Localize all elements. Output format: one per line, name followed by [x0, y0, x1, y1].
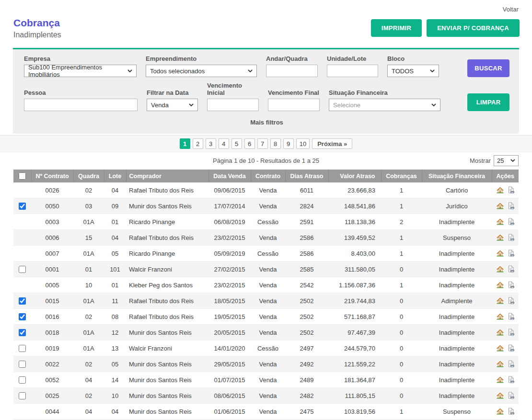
empresa-select[interactable]: Sub100 Empreendimentos Imobiliários [24, 65, 137, 77]
row-checkbox[interactable] [19, 392, 26, 399]
print-report-icon-button[interactable] [507, 218, 515, 226]
cell-lote: 04 [104, 404, 126, 420]
cell-dias_atraso: 2586 [285, 230, 328, 246]
page-button-7[interactable]: 7 [257, 138, 268, 149]
page-button-9[interactable]: 9 [283, 138, 294, 149]
cell-cobrancas: 0 [381, 356, 422, 372]
home-icon-button[interactable] [496, 218, 504, 226]
home-icon-button[interactable] [496, 202, 504, 210]
cell-valor_atraso: 244.579,70 [328, 341, 381, 356]
print-report-icon-button[interactable] [507, 408, 515, 415]
select-all-header-cell [13, 170, 31, 182]
cell-tipo: Venda [251, 372, 285, 388]
home-icon-button[interactable] [496, 265, 504, 273]
column-header-1: Nº Contrato [31, 170, 73, 182]
print-report-icon-button[interactable] [507, 344, 515, 352]
print-report-icon-button[interactable] [507, 297, 515, 305]
back-link[interactable]: Voltar [503, 6, 519, 13]
home-icon-button[interactable] [496, 376, 504, 384]
home-icon-button[interactable] [496, 234, 504, 241]
page-button-8[interactable]: 8 [270, 138, 281, 149]
empreendimento-select[interactable]: Todos selecionados [146, 65, 257, 77]
chevron-down-icon [127, 69, 132, 73]
page-button-3[interactable]: 3 [206, 138, 216, 149]
cell-contrato: 0018 [31, 325, 73, 341]
cell-cobrancas: 1 [381, 182, 422, 198]
cell-tipo: Venda [251, 261, 285, 277]
print-report-icon-button[interactable] [507, 186, 515, 194]
select-all-checkbox[interactable] [19, 172, 26, 180]
send-to-collection-button[interactable]: ENVIAR P/ COBRANÇA [427, 19, 520, 37]
home-icon-button[interactable] [496, 297, 504, 305]
row-checkbox[interactable] [19, 361, 26, 368]
cell-quadra: 02 [73, 182, 104, 198]
home-icon-button[interactable] [496, 313, 504, 320]
row-checkbox[interactable] [19, 297, 26, 305]
home-icon-button[interactable] [496, 281, 504, 289]
cell-data_venda: 06/08/2019 [208, 214, 251, 230]
page-button-1[interactable]: 1 [180, 138, 190, 149]
print-report-icon-button[interactable] [507, 392, 515, 399]
row-checkbox[interactable] [19, 203, 26, 210]
print-report-icon-button[interactable] [507, 281, 515, 289]
pessoa-input[interactable] [24, 99, 138, 111]
page-button-6[interactable]: 6 [244, 138, 255, 149]
print-report-icon-button[interactable] [507, 234, 515, 241]
row-checkbox[interactable] [19, 345, 26, 352]
print-report-icon-button[interactable] [507, 202, 515, 210]
print-report-icon-button[interactable] [507, 376, 515, 384]
limpar-button[interactable]: LIMPAR [467, 93, 509, 111]
cell-situacao: Inadimplente [422, 388, 492, 404]
row-checkbox[interactable] [19, 313, 26, 320]
next-page-button[interactable]: Próxima » [312, 138, 352, 149]
row-checkbox[interactable] [19, 329, 26, 336]
unidade-lote-field: Unidade/Lote [327, 55, 378, 77]
home-icon-button[interactable] [496, 329, 504, 336]
cell-lote: 04 [104, 182, 126, 198]
print-report-icon-button[interactable] [507, 329, 515, 336]
cell-dias_atraso: 2475 [285, 404, 328, 420]
page-button-10[interactable]: 10 [296, 138, 310, 149]
cell-tipo: Venda [251, 404, 285, 420]
print-button[interactable]: IMPRIMIR [371, 19, 422, 37]
chevron-down-icon [430, 69, 435, 73]
print-report-icon-button[interactable] [507, 313, 515, 320]
more-filters-link[interactable]: Mais filtros [24, 116, 509, 130]
toolbar: IMPRIMIR ENVIAR P/ COBRANÇA [371, 19, 520, 37]
row-checkbox-cell [13, 198, 31, 214]
filtrar-na-data-select[interactable]: Venda [147, 99, 198, 111]
home-icon-button[interactable] [496, 392, 504, 399]
cell-comprador: Kleber Peg dos Santos [126, 277, 208, 293]
buscar-button[interactable]: BUSCAR [467, 59, 509, 77]
page-button-2[interactable]: 2 [193, 138, 203, 149]
cell-valor_atraso: 311.580,05 [328, 261, 381, 277]
page-subtitle: Inadimplentes [13, 31, 61, 39]
home-icon-button[interactable] [496, 360, 504, 368]
page-button-4[interactable]: 4 [219, 138, 229, 149]
home-icon-button[interactable] [496, 408, 504, 415]
column-header-8: Valor Atraso [328, 170, 381, 182]
cell-cobrancas: 2 [381, 214, 422, 230]
vencimento-final-input[interactable] [268, 99, 320, 111]
andar-quadra-input[interactable] [266, 65, 318, 77]
home-icon-button[interactable] [496, 344, 504, 352]
print-report-icon-button[interactable] [507, 250, 515, 257]
cell-situacao: Suspenso [422, 230, 492, 246]
row-checkbox[interactable] [19, 266, 26, 273]
vencimento-inicial-input[interactable] [207, 99, 259, 111]
cell-lote: 05 [104, 356, 126, 372]
bloco-select[interactable]: TODOS [387, 65, 439, 77]
cell-quadra: 01A [73, 325, 104, 341]
page-size-select[interactable]: 25 [494, 155, 519, 166]
home-icon-button[interactable] [496, 186, 504, 194]
cell-contrato: 0001 [31, 261, 73, 277]
print-report-icon-button[interactable] [507, 360, 515, 368]
page-button-5[interactable]: 5 [231, 138, 242, 149]
situacao-financeira-select[interactable]: Selecione [329, 99, 440, 111]
situacao-financeira-label: Situação Financeira [329, 89, 440, 96]
home-icon-button[interactable] [496, 250, 504, 257]
filtrar-na-data-select-value: Venda [151, 102, 169, 109]
unidade-lote-input[interactable] [327, 65, 378, 77]
row-checkbox[interactable] [19, 376, 26, 384]
print-report-icon-button[interactable] [507, 265, 515, 273]
